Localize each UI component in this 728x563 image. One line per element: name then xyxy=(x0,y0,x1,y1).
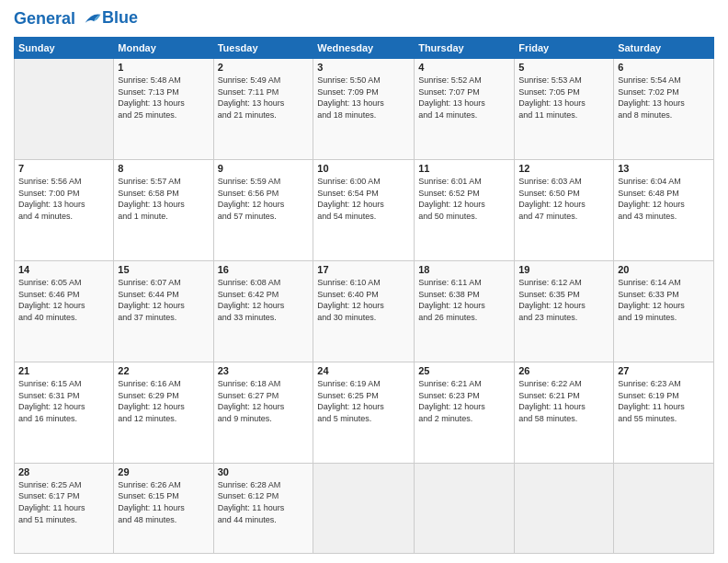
day-number: 13 xyxy=(618,163,710,174)
calendar-table: SundayMondayTuesdayWednesdayThursdayFrid… xyxy=(14,37,714,554)
calendar-cell xyxy=(515,463,614,553)
day-info: Sunrise: 6:25 AM Sunset: 6:17 PM Dayligh… xyxy=(18,479,109,525)
calendar-cell: 1Sunrise: 5:48 AM Sunset: 7:13 PM Daylig… xyxy=(114,59,213,160)
weekday-header-sunday: Sunday xyxy=(15,38,114,59)
day-info: Sunrise: 6:14 AM Sunset: 6:33 PM Dayligh… xyxy=(618,277,710,323)
day-info: Sunrise: 6:07 AM Sunset: 6:44 PM Dayligh… xyxy=(118,277,209,323)
weekday-header-friday: Friday xyxy=(515,38,614,59)
day-number: 21 xyxy=(18,365,109,376)
calendar-week-row: 14Sunrise: 6:05 AM Sunset: 6:46 PM Dayli… xyxy=(15,261,714,362)
calendar-header-row: SundayMondayTuesdayWednesdayThursdayFrid… xyxy=(15,38,714,59)
day-info: Sunrise: 5:48 AM Sunset: 7:13 PM Dayligh… xyxy=(118,75,209,121)
calendar-cell: 4Sunrise: 5:52 AM Sunset: 7:07 PM Daylig… xyxy=(415,59,515,160)
calendar-week-row: 7Sunrise: 5:56 AM Sunset: 7:00 PM Daylig… xyxy=(15,160,714,261)
day-info: Sunrise: 5:59 AM Sunset: 6:56 PM Dayligh… xyxy=(218,176,310,222)
day-number: 18 xyxy=(418,264,510,275)
calendar-cell: 23Sunrise: 6:18 AM Sunset: 6:27 PM Dayli… xyxy=(213,362,313,463)
day-info: Sunrise: 6:28 AM Sunset: 6:12 PM Dayligh… xyxy=(218,479,310,525)
day-number: 20 xyxy=(618,264,710,275)
calendar-cell: 28Sunrise: 6:25 AM Sunset: 6:17 PM Dayli… xyxy=(15,463,114,553)
calendar-cell: 10Sunrise: 6:00 AM Sunset: 6:54 PM Dayli… xyxy=(313,160,415,261)
logo-general: General xyxy=(14,9,75,28)
day-number: 7 xyxy=(18,163,109,174)
day-info: Sunrise: 6:12 AM Sunset: 6:35 PM Dayligh… xyxy=(518,277,609,323)
calendar-cell: 19Sunrise: 6:12 AM Sunset: 6:35 PM Dayli… xyxy=(515,261,614,362)
calendar-cell xyxy=(614,463,714,553)
day-number: 23 xyxy=(218,365,310,376)
logo: General Blue xyxy=(14,9,138,29)
day-number: 9 xyxy=(218,163,310,174)
day-info: Sunrise: 5:50 AM Sunset: 7:09 PM Dayligh… xyxy=(317,75,410,121)
day-number: 11 xyxy=(418,163,510,174)
day-number: 10 xyxy=(317,163,410,174)
day-number: 8 xyxy=(118,163,209,174)
calendar-cell: 9Sunrise: 5:59 AM Sunset: 6:56 PM Daylig… xyxy=(213,160,313,261)
calendar-cell: 15Sunrise: 6:07 AM Sunset: 6:44 PM Dayli… xyxy=(114,261,213,362)
calendar-week-row: 21Sunrise: 6:15 AM Sunset: 6:31 PM Dayli… xyxy=(15,362,714,463)
calendar-cell: 17Sunrise: 6:10 AM Sunset: 6:40 PM Dayli… xyxy=(313,261,415,362)
day-number: 28 xyxy=(18,466,109,477)
day-number: 22 xyxy=(118,365,209,376)
calendar-cell: 18Sunrise: 6:11 AM Sunset: 6:38 PM Dayli… xyxy=(415,261,515,362)
calendar-cell: 21Sunrise: 6:15 AM Sunset: 6:31 PM Dayli… xyxy=(15,362,114,463)
day-number: 14 xyxy=(18,264,109,275)
day-info: Sunrise: 6:11 AM Sunset: 6:38 PM Dayligh… xyxy=(418,277,510,323)
day-info: Sunrise: 6:23 AM Sunset: 6:19 PM Dayligh… xyxy=(618,378,710,424)
day-info: Sunrise: 6:00 AM Sunset: 6:54 PM Dayligh… xyxy=(317,176,410,222)
day-number: 4 xyxy=(418,62,510,73)
calendar-cell: 30Sunrise: 6:28 AM Sunset: 6:12 PM Dayli… xyxy=(213,463,313,553)
day-info: Sunrise: 6:18 AM Sunset: 6:27 PM Dayligh… xyxy=(218,378,310,424)
calendar-cell: 13Sunrise: 6:04 AM Sunset: 6:48 PM Dayli… xyxy=(614,160,714,261)
calendar-cell: 29Sunrise: 6:26 AM Sunset: 6:15 PM Dayli… xyxy=(114,463,213,553)
day-info: Sunrise: 6:19 AM Sunset: 6:25 PM Dayligh… xyxy=(317,378,410,424)
calendar-cell: 14Sunrise: 6:05 AM Sunset: 6:46 PM Dayli… xyxy=(15,261,114,362)
day-info: Sunrise: 6:05 AM Sunset: 6:46 PM Dayligh… xyxy=(18,277,109,323)
page-header: General Blue xyxy=(14,9,714,29)
calendar-cell: 24Sunrise: 6:19 AM Sunset: 6:25 PM Dayli… xyxy=(313,362,415,463)
day-number: 5 xyxy=(518,62,609,73)
calendar-cell xyxy=(15,59,114,160)
logo-blue: Blue xyxy=(102,8,138,27)
day-number: 17 xyxy=(317,264,410,275)
calendar-cell: 22Sunrise: 6:16 AM Sunset: 6:29 PM Dayli… xyxy=(114,362,213,463)
day-number: 24 xyxy=(317,365,410,376)
day-number: 6 xyxy=(618,62,710,73)
day-info: Sunrise: 6:15 AM Sunset: 6:31 PM Dayligh… xyxy=(18,378,109,424)
day-number: 3 xyxy=(317,62,410,73)
day-number: 19 xyxy=(518,264,609,275)
weekday-header-thursday: Thursday xyxy=(415,38,515,59)
day-info: Sunrise: 5:56 AM Sunset: 7:00 PM Dayligh… xyxy=(18,176,109,222)
logo-bird-icon xyxy=(82,9,102,29)
weekday-header-tuesday: Tuesday xyxy=(213,38,313,59)
day-number: 30 xyxy=(218,466,310,477)
day-info: Sunrise: 5:57 AM Sunset: 6:58 PM Dayligh… xyxy=(118,176,209,222)
calendar-cell: 3Sunrise: 5:50 AM Sunset: 7:09 PM Daylig… xyxy=(313,59,415,160)
day-info: Sunrise: 5:53 AM Sunset: 7:05 PM Dayligh… xyxy=(518,75,609,121)
day-info: Sunrise: 6:04 AM Sunset: 6:48 PM Dayligh… xyxy=(618,176,710,222)
calendar-cell xyxy=(415,463,515,553)
weekday-header-saturday: Saturday xyxy=(614,38,714,59)
calendar-cell: 27Sunrise: 6:23 AM Sunset: 6:19 PM Dayli… xyxy=(614,362,714,463)
weekday-header-wednesday: Wednesday xyxy=(313,38,415,59)
calendar-cell: 25Sunrise: 6:21 AM Sunset: 6:23 PM Dayli… xyxy=(415,362,515,463)
day-number: 29 xyxy=(118,466,209,477)
calendar-week-row: 28Sunrise: 6:25 AM Sunset: 6:17 PM Dayli… xyxy=(15,463,714,553)
day-number: 25 xyxy=(418,365,510,376)
day-number: 16 xyxy=(218,264,310,275)
day-info: Sunrise: 6:08 AM Sunset: 6:42 PM Dayligh… xyxy=(218,277,310,323)
calendar-cell: 6Sunrise: 5:54 AM Sunset: 7:02 PM Daylig… xyxy=(614,59,714,160)
day-number: 2 xyxy=(218,62,310,73)
calendar-cell xyxy=(313,463,415,553)
calendar-cell: 16Sunrise: 6:08 AM Sunset: 6:42 PM Dayli… xyxy=(213,261,313,362)
calendar-cell: 20Sunrise: 6:14 AM Sunset: 6:33 PM Dayli… xyxy=(614,261,714,362)
day-number: 12 xyxy=(518,163,609,174)
day-info: Sunrise: 6:21 AM Sunset: 6:23 PM Dayligh… xyxy=(418,378,510,424)
calendar-cell: 8Sunrise: 5:57 AM Sunset: 6:58 PM Daylig… xyxy=(114,160,213,261)
day-info: Sunrise: 6:03 AM Sunset: 6:50 PM Dayligh… xyxy=(518,176,609,222)
day-info: Sunrise: 5:52 AM Sunset: 7:07 PM Dayligh… xyxy=(418,75,510,121)
day-info: Sunrise: 6:01 AM Sunset: 6:52 PM Dayligh… xyxy=(418,176,510,222)
day-info: Sunrise: 6:22 AM Sunset: 6:21 PM Dayligh… xyxy=(518,378,609,424)
day-number: 26 xyxy=(518,365,609,376)
day-number: 15 xyxy=(118,264,209,275)
day-info: Sunrise: 6:26 AM Sunset: 6:15 PM Dayligh… xyxy=(118,479,209,525)
